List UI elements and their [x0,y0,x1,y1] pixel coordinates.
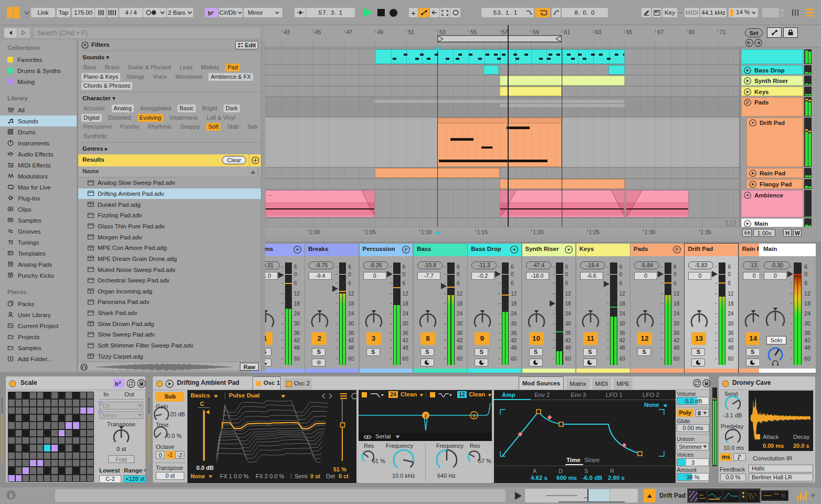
filter-tag-stab[interactable]: Stab [225,123,241,131]
scale-mode-toggle[interactable]: b# [205,8,218,17]
scale-cell[interactable] [51,467,58,474]
sidebar-item-drums[interactable]: Drums [0,127,77,138]
mpe-tab[interactable]: MPE [614,378,633,390]
loop-start-field[interactable]: 53. 1. 1 [481,8,530,17]
scale-cell[interactable] [16,430,22,436]
volume-field[interactable]: -6.6 [580,272,603,280]
scale-cell[interactable] [8,400,15,406]
filter-tag-bright[interactable]: Bright [200,104,219,112]
scale-cell[interactable] [44,453,50,459]
scale-cell[interactable] [66,430,72,436]
sidebar-item-analog-pads[interactable]: Analog Pads [0,259,77,270]
volume-field[interactable]: 0 [688,272,711,280]
scale-cell[interactable] [30,422,36,428]
volume-field[interactable]: -9.4 [309,272,332,280]
sidebar-item-max-for-live[interactable]: Max for Live [0,182,77,193]
filter-tag-evolving[interactable]: Evolving [138,114,164,122]
fold-track-icon[interactable] [749,119,756,127]
save-preset-icon[interactable] [137,379,146,388]
poly-mode-button[interactable]: Poly [677,409,693,417]
scale-cell[interactable] [66,392,72,398]
play-button[interactable] [362,7,374,18]
scale-cell[interactable] [23,400,29,406]
track-number-button[interactable]: 13 [691,332,706,345]
env-slope-toggle[interactable]: Slope [584,457,599,463]
result-item-15[interactable]: Slow Sweep Pad.adv [78,329,261,340]
filter-tag-brass[interactable]: Brass [102,64,121,71]
filter2-on-button[interactable] [430,392,435,397]
result-item-4[interactable]: Fizzling Pad.adv [78,210,261,221]
strip-header[interactable]: Breaks [305,244,359,256]
volume-field[interactable]: -7.7 [417,272,440,280]
sidebar-item-modulators[interactable]: Modulators [0,171,77,182]
result-item-12[interactable]: Panorama Pad.adv [78,297,261,308]
pan-knob[interactable] [580,311,601,332]
sidebar-item-punchy-kicks[interactable]: Punchy Kicks [0,270,77,281]
scale-cell[interactable] [30,400,36,406]
detune-value[interactable]: 0 ct [339,473,349,479]
scale-cell[interactable] [37,475,44,481]
position-slider-handle[interactable] [340,422,345,428]
preview-raw-button[interactable]: Raw [240,363,259,371]
osc-fx-mode-menu[interactable]: None [191,473,205,479]
scale-cell[interactable] [23,392,29,398]
scale-cell[interactable] [73,445,79,451]
solo-button[interactable]: S [746,348,759,356]
unison-voices-slider[interactable]: 3 [677,458,709,466]
filter-tag-arpeggiated[interactable]: Arpeggiated [138,104,173,112]
sidebar-item-clips[interactable]: Clips [0,204,77,215]
pane-toggle-icon[interactable] [792,8,800,17]
re-enable-automation-button[interactable] [430,8,439,17]
zoom-width-button[interactable]: W [793,229,802,237]
solo-button[interactable]: S [691,348,705,356]
res1-value[interactable]: 61 % [372,458,385,464]
peak-level-pill[interactable]: -9.75 [309,261,334,269]
fold-track-icon[interactable] [744,88,751,96]
device-scale[interactable]: Scaleb#InOutC#MinorTranspose0 stFoldLowe… [5,376,146,483]
osc-gain-value[interactable]: 0.0 dB [196,465,214,471]
volume-fader-handle[interactable] [278,271,285,279]
quantize-menu[interactable]: 2 Bars [167,8,193,17]
filter-tag-chords-phrases[interactable]: Chords & Phrases [81,82,132,90]
scale-cell[interactable] [80,422,87,428]
scale-cell[interactable] [51,415,58,421]
peak-level-pill[interactable]: -13.4 [743,261,759,269]
monitor-button[interactable] [420,359,434,366]
link-button[interactable]: Link [31,8,55,17]
scale-cell[interactable] [44,422,50,428]
time-signature-field[interactable]: 4 / 4 [119,8,143,17]
clip-bass[interactable] [375,49,624,64]
strip-header[interactable]: Keys [576,244,630,256]
wt-transpose-value[interactable]: 0 st [156,472,184,480]
scale-cell[interactable] [37,407,44,414]
mixer-strip-breaks[interactable]: Breaks-9.75-9.460612182430364248602S [305,244,359,373]
result-item-10[interactable]: Orchestral Sweep Pad.adv [78,275,261,286]
env-attack-value[interactable]: 4.62 s [531,475,548,481]
groove-amount-button[interactable] [143,8,166,17]
browser-scrollbar[interactable] [261,40,265,371]
clip-keys[interactable] [500,87,562,96]
mixer-strip-synth-riser[interactable]: Synth Riser-47.4-18.06061218243036424860… [522,244,576,373]
scale-cell[interactable] [73,453,79,459]
track-header-keys[interactable]: Keys [741,87,803,96]
fold-strip-icon[interactable] [293,246,301,254]
scale-cell[interactable] [8,407,15,414]
pan-knob[interactable] [309,311,330,332]
volume-field[interactable]: 0 [764,272,787,280]
device-chain-minimap[interactable] [687,488,761,503]
send-value[interactable]: -3.1 dB [723,412,742,418]
pan-knob[interactable] [764,309,787,332]
scale-cell[interactable] [8,475,15,481]
preview-play-button[interactable] [514,491,522,500]
scale-cell[interactable] [8,415,15,421]
solo-button[interactable]: S [312,348,325,356]
scale-cell[interactable] [44,467,50,474]
menu-icon[interactable] [805,8,815,17]
scale-cell[interactable] [59,392,65,398]
osc1-led[interactable] [256,381,261,386]
filter-tag-piano-keys[interactable]: Piano & Keys [81,73,120,81]
fold-device-chain-button[interactable] [644,489,656,502]
logo-menu-caret[interactable] [24,11,29,15]
scale-cell[interactable] [37,437,44,444]
result-item-14[interactable]: Slow Drown Pad.adg [78,318,261,329]
